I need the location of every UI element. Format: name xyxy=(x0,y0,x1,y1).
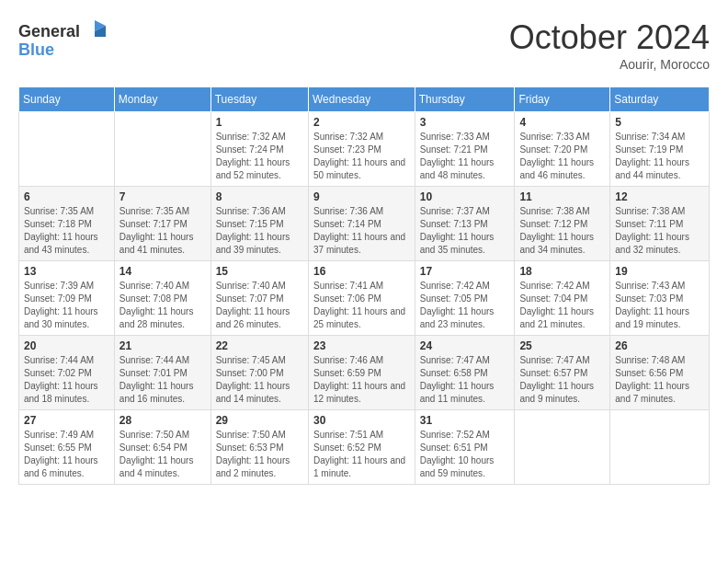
weekday-header-wednesday: Wednesday xyxy=(309,87,415,112)
day-number: 13 xyxy=(24,265,109,278)
day-number: 24 xyxy=(420,339,510,352)
day-number: 30 xyxy=(313,414,410,427)
calendar-cell: 27Sunrise: 7:49 AMSunset: 6:55 PMDayligh… xyxy=(19,410,115,485)
calendar-cell: 21Sunrise: 7:44 AMSunset: 7:01 PMDayligh… xyxy=(114,336,210,410)
logo-flag-icon xyxy=(82,18,108,44)
calendar-table: SundayMondayTuesdayWednesdayThursdayFrid… xyxy=(18,86,710,485)
day-info: Sunrise: 7:50 AMSunset: 6:53 PMDaylight:… xyxy=(216,429,303,480)
calendar-cell xyxy=(114,112,210,187)
weekday-header-saturday: Saturday xyxy=(610,87,710,112)
day-info: Sunrise: 7:38 AMSunset: 7:11 PMDaylight:… xyxy=(615,205,704,257)
day-info: Sunrise: 7:33 AMSunset: 7:21 PMDaylight:… xyxy=(420,131,510,182)
day-info: Sunrise: 7:35 AMSunset: 7:18 PMDaylight:… xyxy=(24,205,109,257)
day-info: Sunrise: 7:33 AMSunset: 7:20 PMDaylight:… xyxy=(519,131,605,182)
calendar-cell: 2Sunrise: 7:32 AMSunset: 7:23 PMDaylight… xyxy=(309,112,415,187)
calendar-cell: 3Sunrise: 7:33 AMSunset: 7:21 PMDaylight… xyxy=(415,112,515,187)
calendar-cell: 31Sunrise: 7:52 AMSunset: 6:51 PMDayligh… xyxy=(415,410,515,485)
day-info: Sunrise: 7:34 AMSunset: 7:19 PMDaylight:… xyxy=(615,131,704,182)
day-info: Sunrise: 7:43 AMSunset: 7:03 PMDaylight:… xyxy=(615,280,704,331)
calendar-cell: 28Sunrise: 7:50 AMSunset: 6:54 PMDayligh… xyxy=(114,410,210,485)
day-number: 27 xyxy=(24,414,109,427)
day-info: Sunrise: 7:39 AMSunset: 7:09 PMDaylight:… xyxy=(24,280,109,331)
day-info: Sunrise: 7:37 AMSunset: 7:13 PMDaylight:… xyxy=(420,205,510,257)
calendar-week-row: 1Sunrise: 7:32 AMSunset: 7:24 PMDaylight… xyxy=(19,112,710,187)
weekday-header-monday: Monday xyxy=(114,87,210,112)
calendar-cell: 1Sunrise: 7:32 AMSunset: 7:24 PMDaylight… xyxy=(210,112,308,187)
logo-text-blue: Blue xyxy=(18,40,54,60)
calendar-cell: 24Sunrise: 7:47 AMSunset: 6:58 PMDayligh… xyxy=(415,336,515,410)
day-number: 14 xyxy=(119,265,206,278)
weekday-header-row: SundayMondayTuesdayWednesdayThursdayFrid… xyxy=(19,87,710,112)
location: Aourir, Morocco xyxy=(509,57,710,72)
calendar-cell: 9Sunrise: 7:36 AMSunset: 7:14 PMDaylight… xyxy=(309,187,415,261)
day-info: Sunrise: 7:36 AMSunset: 7:15 PMDaylight:… xyxy=(216,205,303,257)
day-number: 28 xyxy=(119,414,206,427)
weekday-header-sunday: Sunday xyxy=(19,87,115,112)
weekday-header-thursday: Thursday xyxy=(415,87,515,112)
day-info: Sunrise: 7:36 AMSunset: 7:14 PMDaylight:… xyxy=(313,205,410,257)
calendar-cell xyxy=(19,112,115,187)
calendar-cell: 8Sunrise: 7:36 AMSunset: 7:15 PMDaylight… xyxy=(210,187,308,261)
day-info: Sunrise: 7:41 AMSunset: 7:06 PMDaylight:… xyxy=(313,280,410,331)
calendar-cell: 25Sunrise: 7:47 AMSunset: 6:57 PMDayligh… xyxy=(515,336,610,410)
calendar-cell: 6Sunrise: 7:35 AMSunset: 7:18 PMDaylight… xyxy=(19,187,115,261)
day-number: 18 xyxy=(519,265,605,278)
logo-text-general: General xyxy=(18,22,80,41)
calendar-cell: 19Sunrise: 7:43 AMSunset: 7:03 PMDayligh… xyxy=(610,261,710,336)
day-number: 5 xyxy=(615,116,704,129)
day-number: 17 xyxy=(420,265,510,278)
day-info: Sunrise: 7:32 AMSunset: 7:23 PMDaylight:… xyxy=(313,131,410,182)
calendar-cell: 15Sunrise: 7:40 AMSunset: 7:07 PMDayligh… xyxy=(210,261,308,336)
day-number: 6 xyxy=(24,190,109,203)
calendar-cell: 26Sunrise: 7:48 AMSunset: 6:56 PMDayligh… xyxy=(610,336,710,410)
day-info: Sunrise: 7:44 AMSunset: 7:01 PMDaylight:… xyxy=(119,354,206,406)
day-info: Sunrise: 7:40 AMSunset: 7:08 PMDaylight:… xyxy=(119,280,206,331)
calendar-week-row: 13Sunrise: 7:39 AMSunset: 7:09 PMDayligh… xyxy=(19,261,710,336)
calendar-cell: 5Sunrise: 7:34 AMSunset: 7:19 PMDaylight… xyxy=(610,112,710,187)
calendar-cell: 16Sunrise: 7:41 AMSunset: 7:06 PMDayligh… xyxy=(309,261,415,336)
day-info: Sunrise: 7:49 AMSunset: 6:55 PMDaylight:… xyxy=(24,429,109,480)
calendar-week-row: 6Sunrise: 7:35 AMSunset: 7:18 PMDaylight… xyxy=(19,187,710,261)
month-title: October 2024 xyxy=(509,18,710,57)
day-number: 15 xyxy=(216,265,303,278)
day-number: 31 xyxy=(420,414,510,427)
calendar-cell xyxy=(515,410,610,485)
day-info: Sunrise: 7:40 AMSunset: 7:07 PMDaylight:… xyxy=(216,280,303,331)
calendar-cell: 4Sunrise: 7:33 AMSunset: 7:20 PMDaylight… xyxy=(515,112,610,187)
weekday-header-friday: Friday xyxy=(515,87,610,112)
day-number: 3 xyxy=(420,116,510,129)
day-info: Sunrise: 7:42 AMSunset: 7:04 PMDaylight:… xyxy=(519,280,605,331)
day-info: Sunrise: 7:45 AMSunset: 7:00 PMDaylight:… xyxy=(216,354,303,406)
day-number: 25 xyxy=(519,339,605,352)
day-number: 4 xyxy=(519,116,605,129)
day-number: 16 xyxy=(313,265,410,278)
calendar-cell: 13Sunrise: 7:39 AMSunset: 7:09 PMDayligh… xyxy=(19,261,115,336)
page-header: General Blue October 2024 Aourir, Morocc… xyxy=(18,18,710,72)
day-number: 7 xyxy=(119,190,206,203)
day-number: 19 xyxy=(615,265,704,278)
day-info: Sunrise: 7:42 AMSunset: 7:05 PMDaylight:… xyxy=(420,280,510,331)
weekday-header-tuesday: Tuesday xyxy=(210,87,308,112)
day-info: Sunrise: 7:35 AMSunset: 7:17 PMDaylight:… xyxy=(119,205,206,257)
day-number: 8 xyxy=(216,190,303,203)
day-number: 9 xyxy=(313,190,410,203)
day-number: 10 xyxy=(420,190,510,203)
calendar-cell: 18Sunrise: 7:42 AMSunset: 7:04 PMDayligh… xyxy=(515,261,610,336)
calendar-cell: 7Sunrise: 7:35 AMSunset: 7:17 PMDaylight… xyxy=(114,187,210,261)
calendar-cell: 20Sunrise: 7:44 AMSunset: 7:02 PMDayligh… xyxy=(19,336,115,410)
day-number: 2 xyxy=(313,116,410,129)
day-info: Sunrise: 7:51 AMSunset: 6:52 PMDaylight:… xyxy=(313,429,410,480)
day-info: Sunrise: 7:38 AMSunset: 7:12 PMDaylight:… xyxy=(519,205,605,257)
day-number: 20 xyxy=(24,339,109,352)
title-area: October 2024 Aourir, Morocco xyxy=(509,18,710,72)
day-number: 23 xyxy=(313,339,410,352)
calendar-cell: 17Sunrise: 7:42 AMSunset: 7:05 PMDayligh… xyxy=(415,261,515,336)
day-info: Sunrise: 7:48 AMSunset: 6:56 PMDaylight:… xyxy=(615,354,704,406)
calendar-cell: 11Sunrise: 7:38 AMSunset: 7:12 PMDayligh… xyxy=(515,187,610,261)
day-info: Sunrise: 7:50 AMSunset: 6:54 PMDaylight:… xyxy=(119,429,206,480)
day-info: Sunrise: 7:47 AMSunset: 6:57 PMDaylight:… xyxy=(519,354,605,406)
day-number: 1 xyxy=(216,116,303,129)
calendar-cell: 22Sunrise: 7:45 AMSunset: 7:00 PMDayligh… xyxy=(210,336,308,410)
day-info: Sunrise: 7:44 AMSunset: 7:02 PMDaylight:… xyxy=(24,354,109,406)
day-info: Sunrise: 7:47 AMSunset: 6:58 PMDaylight:… xyxy=(420,354,510,406)
